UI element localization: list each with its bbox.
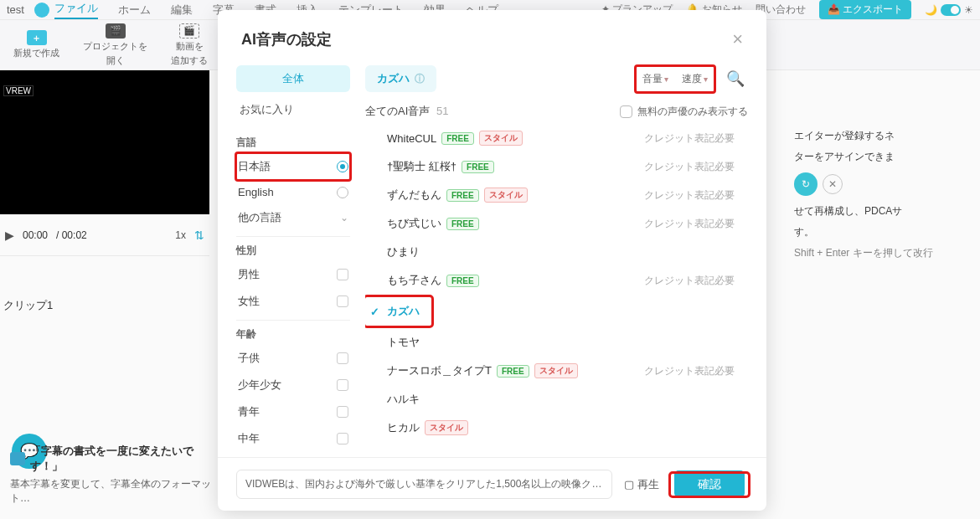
filter-all[interactable]: 全体 (236, 65, 350, 92)
voice-name: ひまり (387, 244, 420, 260)
filter-sidebar: 全体 お気に入り 言語 日本語 English 他の言語 ⌄ 性別 男性 女性 (236, 65, 350, 457)
checkbox-icon (337, 379, 348, 391)
age-mid[interactable]: 中年 (236, 425, 350, 452)
chevron-down-icon: ▾ (704, 75, 708, 84)
voice-row[interactable]: ヒカルスタイル (365, 414, 740, 442)
lang-other[interactable]: 他の言語 ⌄ (236, 204, 350, 231)
free-badge: FREE (446, 189, 479, 202)
free-badge: FREE (446, 218, 479, 230)
group-age: 年齢 (236, 327, 350, 342)
style-badge: スタイル (534, 363, 578, 378)
lang-english[interactable]: English (236, 180, 350, 204)
voice-name: ちび式じい (387, 216, 441, 231)
free-badge: FREE (446, 275, 479, 287)
voice-main: カズハ ⓘ 音量▾ 速度▾ 🔍 全てのAI音声 51 無料の声優のみ表示する W… (365, 65, 748, 457)
age-child[interactable]: 子供 (236, 345, 350, 372)
credit-note: クレジット表記必要 (644, 364, 735, 378)
speed-dropdown[interactable]: 速度▾ (677, 69, 713, 90)
checkbox-icon (337, 269, 348, 280)
voice-row[interactable]: ちび式じいFREEクレジット表記必要 (365, 209, 740, 238)
checkbox-icon (337, 352, 348, 364)
info-icon: ⓘ (415, 72, 425, 86)
list-title: 全てのAI音声 51 (365, 104, 448, 119)
voice-name: WhiteCUL (387, 132, 436, 145)
voice-name: †聖騎士 紅桜† (387, 159, 456, 174)
preview-play-button[interactable]: ▢ 再生 (624, 477, 659, 492)
ai-voice-settings-modal: AI音声の設定 × 全体 お気に入り 言語 日本語 English 他の言語 ⌄ (218, 10, 766, 511)
free-badge: FREE (441, 132, 474, 145)
age-teen[interactable]: 少年少女 (236, 372, 350, 398)
modal-footer: VIDWEBは、国内および海外で厳しい基準をクリアした1,500名以上の映像クリ… (218, 457, 766, 511)
voice-list[interactable]: WhiteCULFREEスタイルクレジット表記必要†聖騎士 紅桜†FREEクレジ… (365, 124, 748, 457)
credit-note: クレジット表記必要 (644, 160, 735, 174)
checkbox-icon (337, 295, 348, 307)
voice-name: ナースロボ＿タイプT (387, 363, 492, 378)
voice-row[interactable]: WhiteCULFREEスタイルクレジット表記必要 (365, 124, 740, 152)
preview-text-input[interactable]: VIDWEBは、国内および海外で厳しい基準をクリアした1,500名以上の映像クリ… (236, 470, 612, 499)
group-language: 言語 (236, 136, 350, 150)
gender-male[interactable]: 男性 (236, 261, 350, 288)
age-youth[interactable]: 青年 (236, 398, 350, 425)
checkbox-icon (620, 105, 632, 118)
voice-name: もち子さん (387, 273, 441, 288)
radio-icon (337, 187, 348, 198)
free-badge: FREE (462, 161, 494, 173)
selected-voice-highlight: カズハ (365, 297, 431, 326)
checkbox-icon (337, 433, 348, 444)
style-badge: スタイル (425, 420, 468, 435)
credit-note: クレジット表記必要 (644, 217, 735, 231)
checkbox-icon (337, 406, 348, 418)
gender-female[interactable]: 女性 (236, 288, 350, 315)
credit-note: クレジット表記必要 (644, 188, 735, 203)
voice-row[interactable]: カズハ (365, 297, 425, 326)
free-only-toggle[interactable]: 無料の声優のみ表示する (620, 105, 748, 119)
filter-favorites[interactable]: お気に入り (236, 97, 350, 129)
voice-name: ずんだもん (387, 188, 441, 203)
free-badge: FREE (497, 365, 529, 378)
selected-voice-chip[interactable]: カズハ ⓘ (365, 65, 436, 92)
style-badge: スタイル (484, 188, 528, 203)
credit-note: クレジット表記必要 (644, 131, 735, 146)
modal-title: AI音声の設定 (241, 29, 332, 49)
voice-row[interactable]: ひまり (365, 238, 740, 266)
voice-name: トモヤ (387, 335, 420, 350)
credit-note: クレジット表記必要 (644, 274, 735, 288)
radio-icon (337, 161, 348, 172)
volume-speed-group: 音量▾ 速度▾ (636, 66, 714, 92)
volume-dropdown[interactable]: 音量▾ (637, 69, 673, 90)
voice-row[interactable]: トモヤ (365, 328, 740, 357)
search-icon[interactable]: 🔍 (723, 68, 748, 90)
voice-name: ハルキ (387, 392, 420, 407)
voice-row[interactable]: †聖騎士 紅桜†FREEクレジット表記必要 (365, 152, 740, 181)
chevron-down-icon: ⌄ (340, 212, 348, 224)
voice-row[interactable]: もち子さんFREEクレジット表記必要 (365, 266, 740, 295)
voice-row[interactable]: ハルキ (365, 385, 740, 414)
confirm-button[interactable]: 確認 (674, 470, 745, 497)
style-badge: スタイル (479, 131, 523, 146)
chevron-down-icon: ▾ (664, 75, 668, 84)
voice-name: カズハ (387, 304, 420, 319)
close-icon[interactable]: × (732, 28, 743, 50)
voice-name: ヒカル (387, 420, 420, 435)
group-gender: 性別 (236, 244, 350, 258)
lang-japanese[interactable]: 日本語 (236, 153, 350, 180)
voice-row[interactable]: ナースロボ＿タイプTFREEスタイルクレジット表記必要 (365, 357, 740, 385)
voice-row[interactable]: ずんだもんFREEスタイルクレジット表記必要 (365, 181, 740, 209)
